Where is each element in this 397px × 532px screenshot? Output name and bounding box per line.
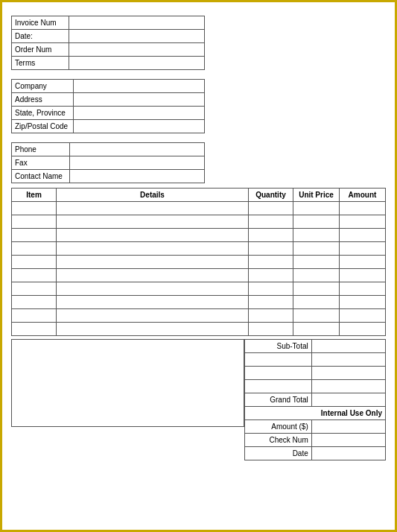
- cell-quantity[interactable]: [249, 296, 293, 309]
- table-row: [12, 215, 386, 229]
- invoice-info-row: Date:: [12, 30, 205, 43]
- cell-item[interactable]: [12, 282, 57, 296]
- totals-blank-row: [245, 367, 386, 380]
- table-row: [12, 256, 386, 269]
- cell-amount[interactable]: [340, 323, 386, 336]
- cell-details[interactable]: [57, 323, 249, 336]
- field-label: State, Province: [12, 107, 74, 120]
- totals-date-value[interactable]: [311, 447, 385, 460]
- cell-amount[interactable]: [340, 229, 386, 242]
- field-value[interactable]: [73, 80, 204, 93]
- cell-details[interactable]: [57, 202, 249, 215]
- cell-unitprice[interactable]: [293, 309, 340, 323]
- cell-unitprice[interactable]: [293, 282, 340, 296]
- table-row: [12, 323, 386, 336]
- field-value[interactable]: [69, 156, 204, 170]
- cell-unitprice[interactable]: [293, 323, 340, 336]
- cell-details[interactable]: [57, 256, 249, 269]
- totals-blank-row: [245, 353, 386, 367]
- field-value[interactable]: [69, 170, 204, 183]
- field-label: Zip/Postal Code: [12, 120, 74, 133]
- field-label: Terms: [12, 57, 69, 70]
- cell-item[interactable]: [12, 242, 57, 256]
- cell-details[interactable]: [57, 282, 249, 296]
- company-info-row: State, Province: [12, 107, 205, 120]
- table-row: [12, 242, 386, 256]
- cell-quantity[interactable]: [249, 229, 293, 242]
- company-info-row: Address: [12, 93, 205, 107]
- table-row: [12, 202, 386, 215]
- cell-unitprice[interactable]: [293, 215, 340, 229]
- field-value[interactable]: [69, 43, 205, 57]
- cell-details[interactable]: [57, 215, 249, 229]
- cell-quantity[interactable]: [249, 215, 293, 229]
- cell-amount[interactable]: [340, 202, 386, 215]
- field-label: Address: [12, 93, 74, 107]
- grandtotal-value[interactable]: [311, 393, 385, 407]
- cell-item[interactable]: [12, 269, 57, 282]
- grandtotal-row: Grand Total: [245, 393, 386, 407]
- company-info-row: Zip/Postal Code: [12, 120, 205, 133]
- cell-unitprice[interactable]: [293, 256, 340, 269]
- field-value[interactable]: [69, 143, 204, 156]
- grandtotal-label: Grand Total: [245, 393, 312, 407]
- cell-item[interactable]: [12, 229, 57, 242]
- cell-quantity[interactable]: [249, 242, 293, 256]
- cell-amount[interactable]: [340, 296, 386, 309]
- cell-item[interactable]: [12, 309, 57, 323]
- cell-amount[interactable]: [340, 309, 386, 323]
- cell-details[interactable]: [57, 296, 249, 309]
- cell-amount[interactable]: [340, 256, 386, 269]
- cell-item[interactable]: [12, 323, 57, 336]
- comments-area[interactable]: [11, 339, 244, 427]
- cell-amount[interactable]: [340, 282, 386, 296]
- checknum-label: Check Num: [245, 434, 312, 447]
- field-label: Fax: [12, 156, 70, 170]
- subtotal-value[interactable]: [311, 340, 385, 353]
- table-row: [12, 296, 386, 309]
- cell-quantity[interactable]: [249, 256, 293, 269]
- cell-unitprice[interactable]: [293, 242, 340, 256]
- cell-quantity[interactable]: [249, 309, 293, 323]
- field-value[interactable]: [69, 16, 205, 30]
- totals-area: Sub-TotalGrand TotalInternal Use OnlyAmo…: [244, 339, 386, 460]
- cell-quantity[interactable]: [249, 282, 293, 296]
- cell-item[interactable]: [12, 296, 57, 309]
- cell-unitprice[interactable]: [293, 269, 340, 282]
- col-header-amount: Amount: [340, 189, 386, 202]
- cell-amount[interactable]: [340, 215, 386, 229]
- cell-quantity[interactable]: [249, 202, 293, 215]
- cell-details[interactable]: [57, 269, 249, 282]
- checknum-row: Check Num: [245, 434, 386, 447]
- cell-unitprice[interactable]: [293, 296, 340, 309]
- cell-quantity[interactable]: [249, 269, 293, 282]
- cell-quantity[interactable]: [249, 323, 293, 336]
- field-value[interactable]: [69, 30, 205, 43]
- cell-item[interactable]: [12, 256, 57, 269]
- checknum-value[interactable]: [311, 434, 385, 447]
- invoice-info-row: Terms: [12, 57, 205, 70]
- invoice-info-row: Order Num: [12, 43, 205, 57]
- amount-value[interactable]: [311, 420, 385, 434]
- cell-details[interactable]: [57, 309, 249, 323]
- cell-amount[interactable]: [340, 269, 386, 282]
- contact-info-table: PhoneFaxContact Name: [11, 142, 205, 183]
- subtotal-label: Sub-Total: [245, 340, 312, 353]
- field-value[interactable]: [73, 107, 204, 120]
- field-label: Phone: [12, 143, 70, 156]
- cell-unitprice[interactable]: [293, 229, 340, 242]
- cell-details[interactable]: [57, 242, 249, 256]
- company-info-row: Company: [12, 80, 205, 93]
- cell-unitprice[interactable]: [293, 202, 340, 215]
- cell-item[interactable]: [12, 202, 57, 215]
- table-row: [12, 282, 386, 296]
- cell-amount[interactable]: [340, 242, 386, 256]
- cell-details[interactable]: [57, 229, 249, 242]
- invoice-info-row: Invoice Num: [12, 16, 205, 30]
- field-value[interactable]: [69, 57, 205, 70]
- cell-item[interactable]: [12, 215, 57, 229]
- field-value[interactable]: [73, 93, 204, 107]
- subtotal-row: Sub-Total: [245, 340, 386, 353]
- field-label: Invoice Num: [12, 16, 69, 30]
- field-value[interactable]: [73, 120, 204, 133]
